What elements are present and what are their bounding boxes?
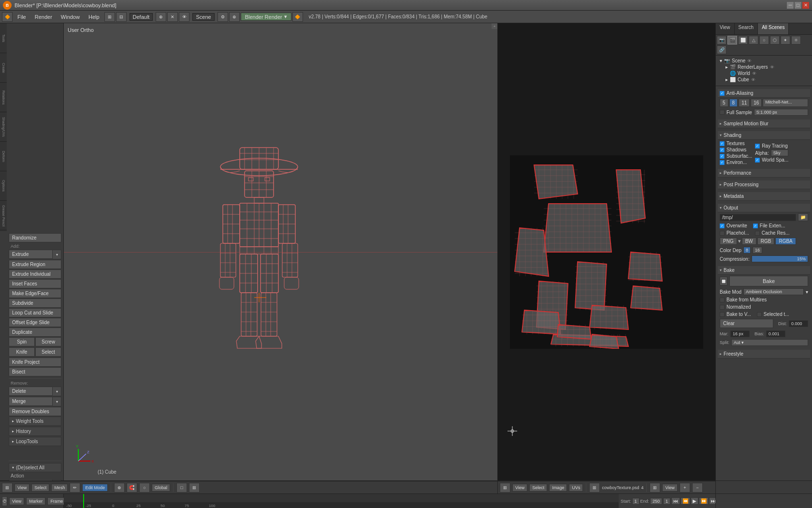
prev-frame-btn[interactable]: ⏪ [681, 497, 690, 505]
snap-icon[interactable]: 🧲 [127, 483, 137, 493]
subsurface-check[interactable]: ✓ [720, 154, 725, 159]
uv-nav-icon[interactable]: ⊞ [650, 483, 660, 493]
motion-blur-header[interactable]: ▸ Sampled Motion Blur [718, 120, 810, 128]
uv-zoom-out[interactable]: − [692, 483, 703, 493]
aa-btn-16[interactable]: 16 [751, 99, 762, 107]
make-edge-face-btn[interactable]: Make Edge/Face [9, 289, 61, 298]
render-icon[interactable]: 🔶 [292, 12, 303, 22]
output-path-input[interactable] [720, 214, 796, 221]
proportional-icon[interactable]: ○ [139, 483, 150, 493]
rs-icon-render[interactable]: 🎬 [727, 36, 737, 45]
close-button[interactable]: ✕ [802, 2, 809, 9]
rs-icon-particles[interactable]: ✦ [781, 36, 790, 45]
bw-btn[interactable]: BW [742, 238, 756, 245]
timeline-icon[interactable]: ⏱ [2, 496, 7, 506]
merge-btn[interactable]: Merge [9, 397, 53, 406]
menu-window[interactable]: Window [57, 13, 84, 21]
extrude-btn[interactable]: Extrude [9, 250, 53, 259]
bake-btn[interactable]: Bake [729, 276, 808, 286]
end-frame[interactable]: 250 [650, 498, 662, 505]
weight-tools-header[interactable]: Weight Tools [9, 417, 61, 426]
scene-eye[interactable]: 👁 [747, 59, 752, 63]
select-menu-btn[interactable]: Select [31, 484, 49, 492]
history-header[interactable]: History [9, 427, 61, 436]
uv-select-btn[interactable]: Select [529, 484, 547, 492]
remove-doubles-btn[interactable]: Remove Doubles [9, 407, 61, 416]
dist-value[interactable]: 0.000 [789, 320, 808, 327]
aa-checkbox[interactable]: ✓ [720, 91, 725, 96]
knife-btn[interactable]: Knife [9, 347, 35, 357]
grease-tab[interactable]: Grease Pencil [0, 201, 7, 230]
blender-icon-btn[interactable]: 🔶 [2, 12, 13, 22]
bake-to-check[interactable] [720, 312, 725, 317]
loop-tools-header[interactable]: LoopTools [9, 437, 61, 446]
uv-viewport[interactable] [498, 23, 715, 480]
rs-icon-scene[interactable]: 📷 [717, 36, 726, 45]
start-frame[interactable]: 1 [632, 498, 639, 505]
compression-value[interactable]: 15% [752, 255, 808, 262]
overwrite-check[interactable]: ✓ [720, 224, 725, 228]
rs-icon-mesh[interactable]: △ [749, 36, 758, 45]
png-format-btn[interactable]: PNG [720, 238, 737, 245]
world-spa-check[interactable]: ✓ [755, 158, 760, 163]
randomize-btn[interactable]: Randomize [9, 233, 61, 242]
color-dep-8[interactable]: 8 [743, 247, 751, 254]
deselect-all-header[interactable]: (De)select All [9, 463, 61, 472]
color-dep-16[interactable]: 16 [753, 247, 762, 254]
view-icon[interactable]: 👁 [179, 12, 189, 22]
delete-btn[interactable]: Delete [9, 387, 53, 396]
view-menu-btn[interactable]: View [14, 484, 29, 492]
output-header[interactable]: ▾ Output [718, 204, 810, 212]
menu-help[interactable]: Help [85, 13, 103, 21]
outliner-renderlayers[interactable]: ▸ 🎬 RenderLayers 👁 [718, 64, 810, 70]
renderlayers-eye[interactable]: 👁 [770, 65, 774, 70]
aa-btn-8[interactable]: 8 [729, 99, 738, 107]
mesh-menu-btn[interactable]: Mesh [51, 484, 68, 492]
offset-edge-btn[interactable]: Offset Edge Slide [9, 318, 61, 327]
shading-tab[interactable]: Shading/UVs [0, 113, 7, 142]
bake-from-check[interactable] [720, 298, 725, 302]
menu-render[interactable]: Render [31, 13, 56, 21]
world-eye[interactable]: 👁 [752, 71, 756, 76]
knife-project-btn[interactable]: Knife Project [9, 358, 61, 367]
rs-icon-physics[interactable]: ⚛ [791, 36, 801, 45]
pivot-icon[interactable]: ⊕ [114, 483, 125, 493]
aa-filter[interactable]: Mitchell-Net... [763, 99, 808, 107]
uv-mode-icon2[interactable]: ⊞ [589, 483, 600, 493]
rgba-btn[interactable]: RGBA [775, 238, 796, 245]
merge-arrow[interactable]: ▾ [53, 397, 61, 406]
uv-uvs-btn[interactable]: UVs [569, 484, 583, 492]
bake-mod-value[interactable]: Ambient Occlusion [743, 288, 804, 295]
global-btn[interactable]: Global [152, 484, 170, 492]
performance-header[interactable]: ▸ Performance [718, 169, 810, 178]
uv-image-btn[interactable]: Image [549, 484, 567, 492]
rs-icon-object[interactable]: ⬜ [738, 36, 748, 45]
uv-view-btn[interactable]: View [512, 484, 527, 492]
rs-icon-constraints[interactable]: 🔗 [717, 45, 726, 54]
bias-value[interactable]: 0.001 [766, 330, 785, 337]
loop-cut-btn[interactable]: Loop Cut and Slide [9, 308, 61, 317]
current-frame[interactable]: 1 [663, 498, 670, 505]
scene-plus2[interactable]: ⊕ [229, 12, 240, 22]
textures-check[interactable]: ✓ [720, 141, 725, 146]
uv-view-btn2[interactable]: View [662, 484, 677, 492]
delete-arrow[interactable]: ▾ [53, 387, 61, 396]
aa-btn-11[interactable]: 11 [739, 99, 750, 107]
3d-viewport[interactable]: User Ortho + [64, 23, 498, 480]
create-tab[interactable]: Create [0, 54, 7, 83]
relations-tab[interactable]: Relations [0, 83, 7, 112]
duplicate-btn[interactable]: Duplicate [9, 328, 61, 337]
cache-res-check[interactable] [755, 231, 760, 236]
edit-mode-icon[interactable]: ✏ [70, 483, 80, 493]
outliner-scene[interactable]: ▾ 📷 Scene 👁 [718, 58, 810, 64]
overlay-icon[interactable]: ⊞ [189, 483, 200, 493]
inset-faces-btn[interactable]: Inset Faces [9, 279, 61, 288]
clear-btn[interactable]: Clear [720, 319, 773, 328]
select-btn[interactable]: Select [35, 347, 61, 357]
scene-plus[interactable]: ⊕ [156, 12, 166, 22]
rs-tab-view[interactable]: View [716, 23, 735, 34]
placeholder-check[interactable] [720, 231, 725, 236]
play-btn[interactable]: ▶ [691, 497, 698, 505]
menu-file[interactable]: File [14, 13, 30, 21]
outliner-cube[interactable]: ▸ ⬜ Cube 👁 [718, 76, 810, 83]
